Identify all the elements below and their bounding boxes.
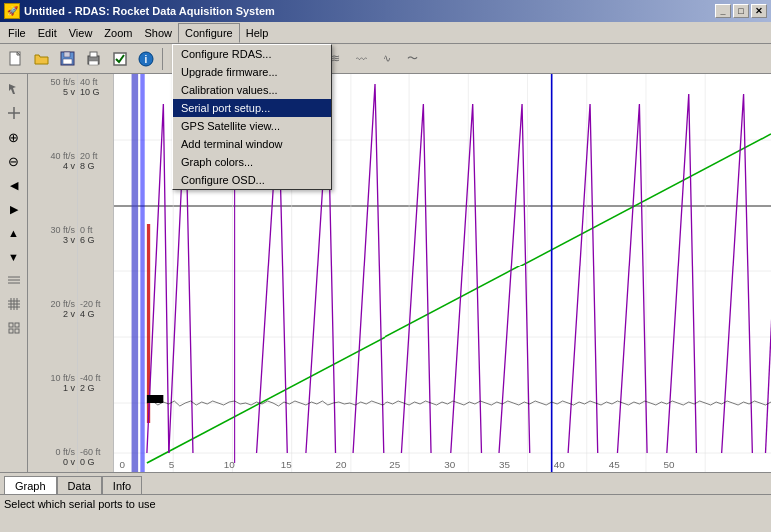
menu-edit[interactable]: Edit: [32, 23, 63, 43]
status-bar: Select which serial ports to use: [0, 494, 771, 512]
tool-up[interactable]: ▲: [3, 222, 25, 244]
svg-text:5: 5: [169, 459, 174, 469]
tab-info[interactable]: Info: [102, 476, 142, 494]
y-axis-middle: 40 ft10 G 20 ft8 G 0 ft6 G -20 ft4 G -40…: [78, 74, 114, 472]
svg-rect-25: [15, 329, 19, 333]
y-label-mid: 0 ft6 G: [80, 226, 111, 246]
svg-rect-24: [9, 329, 13, 333]
tab-data[interactable]: Data: [57, 476, 102, 494]
menu-bar: File Edit View Zoom Show Configure Help …: [0, 22, 771, 44]
svg-rect-42: [132, 74, 139, 472]
tool-arrow[interactable]: [3, 78, 25, 100]
y-label-mid: -20 ft4 G: [80, 300, 111, 320]
menu-view[interactable]: View: [63, 23, 99, 43]
toolbar-open[interactable]: [30, 47, 54, 71]
menu-show[interactable]: Show: [138, 23, 178, 43]
svg-text:0: 0: [119, 459, 124, 469]
svg-rect-3: [64, 52, 70, 57]
y-label: 30 ft/s3 v: [30, 226, 75, 246]
menu-configure[interactable]: Configure: [178, 23, 240, 43]
y-label: 0 ft/s0 v: [30, 448, 75, 468]
y-label: 40 ft/s4 v: [30, 152, 75, 172]
title-bar-left: 🚀 Untitled - RDAS: Rocket Data Aquisitio…: [4, 3, 275, 19]
svg-text:25: 25: [389, 459, 400, 469]
tool-crosshair[interactable]: [3, 102, 25, 124]
tool-left[interactable]: ◀: [3, 174, 25, 196]
svg-text:35: 35: [499, 459, 510, 469]
y-label-mid: 20 ft8 G: [80, 152, 111, 172]
tool-down[interactable]: ▼: [3, 246, 25, 267]
menu-configure-rdas[interactable]: Configure RDAS...: [173, 45, 331, 63]
menu-serial-port-setup[interactable]: Serial port setup...: [173, 99, 331, 117]
left-tool-panel: ⊕ ⊖ ◀ ▶ ▲ ▼: [0, 74, 28, 472]
toolbar-save[interactable]: [56, 47, 80, 71]
window-title: Untitled - RDAS: Rocket Data Aquisition …: [24, 5, 275, 17]
toolbar: i ⌇ 〜 ∿ 〰 ∾ 〜 ≋ 〰 ∿ 〜: [0, 44, 771, 74]
svg-text:50: 50: [664, 459, 675, 469]
toolbar-sep-1: [162, 48, 163, 70]
y-label-mid: -40 ft2 G: [80, 374, 111, 394]
tool-zoom-out[interactable]: ⊖: [3, 150, 25, 172]
maximize-button[interactable]: □: [733, 4, 749, 18]
toolbar-wave9[interactable]: ∿: [375, 47, 398, 71]
tool-grid3[interactable]: [3, 317, 25, 339]
toolbar-info[interactable]: i: [134, 47, 158, 71]
svg-rect-6: [90, 52, 97, 57]
svg-text:40: 40: [554, 459, 565, 469]
svg-rect-22: [9, 323, 13, 327]
svg-text:i: i: [145, 54, 148, 65]
toolbar-new[interactable]: [4, 47, 28, 71]
menu-help[interactable]: Help: [240, 23, 275, 43]
tab-bar: Graph Data Info: [0, 472, 771, 494]
y-label-mid: -60 ft0 G: [80, 448, 111, 468]
toolbar-print[interactable]: [82, 47, 106, 71]
tab-graph[interactable]: Graph: [4, 476, 57, 494]
title-bar: 🚀 Untitled - RDAS: Rocket Data Aquisitio…: [0, 0, 771, 22]
menu-graph-colors[interactable]: Graph colors...: [173, 153, 331, 171]
svg-rect-23: [15, 323, 19, 327]
status-text: Select which serial ports to use: [4, 498, 156, 510]
title-bar-buttons: _ □ ✕: [715, 4, 767, 18]
svg-rect-7: [89, 61, 98, 65]
main-area: ⊕ ⊖ ◀ ▶ ▲ ▼ 50 ft/s5 v 40 ft/s4 v 30 ft/…: [0, 74, 771, 472]
svg-text:45: 45: [609, 459, 620, 469]
tool-right[interactable]: ▶: [3, 198, 25, 220]
app-icon: 🚀: [4, 3, 20, 19]
toolbar-wave10[interactable]: 〜: [400, 47, 424, 71]
y-label: 20 ft/s2 v: [30, 300, 75, 320]
svg-rect-4: [63, 59, 72, 64]
svg-text:15: 15: [281, 459, 292, 469]
menu-add-terminal-window[interactable]: Add terminal window: [173, 135, 331, 153]
toolbar-wave8[interactable]: 〰: [349, 47, 373, 71]
svg-text:30: 30: [444, 459, 455, 469]
menu-calibration-values[interactable]: Calibration values...: [173, 81, 331, 99]
y-label: 50 ft/s5 v: [30, 78, 75, 98]
tool-grid2[interactable]: [3, 293, 25, 315]
svg-rect-48: [147, 395, 163, 403]
configure-dropdown: Configure RDAS... Upgrade firmware... Ca…: [172, 44, 332, 190]
menu-file[interactable]: File: [2, 23, 32, 43]
svg-text:20: 20: [336, 459, 347, 469]
toolbar-checkbox[interactable]: [108, 47, 132, 71]
menu-gps-satellite-view[interactable]: GPS Satellite view...: [173, 117, 331, 135]
menu-upgrade-firmware[interactable]: Upgrade firmware...: [173, 63, 331, 81]
tool-grid1[interactable]: [3, 269, 25, 291]
menu-zoom[interactable]: Zoom: [98, 23, 138, 43]
y-axis-left: 50 ft/s5 v 40 ft/s4 v 30 ft/s3 v 20 ft/s…: [28, 74, 78, 472]
svg-text:10: 10: [224, 459, 235, 469]
y-label-mid: 40 ft10 G: [80, 78, 111, 98]
y-label: 10 ft/s1 v: [30, 374, 75, 394]
tool-zoom-in[interactable]: ⊕: [3, 126, 25, 148]
menu-configure-osd[interactable]: Configure OSD...: [173, 171, 331, 189]
minimize-button[interactable]: _: [715, 4, 731, 18]
svg-rect-43: [140, 74, 144, 472]
close-button[interactable]: ✕: [751, 4, 767, 18]
